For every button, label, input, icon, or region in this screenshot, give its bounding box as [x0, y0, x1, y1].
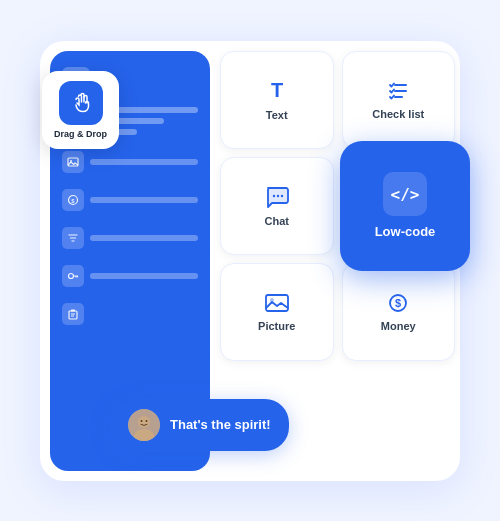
- chat-label: Chat: [265, 215, 289, 227]
- money-label: Money: [381, 320, 416, 332]
- picture-label: Picture: [258, 320, 295, 332]
- dollar-icon: $: [62, 189, 84, 211]
- code-icon: </>: [383, 172, 427, 216]
- svg-rect-9: [71, 309, 75, 311]
- svg-point-24: [138, 416, 150, 428]
- grid-cell-text[interactable]: T Text: [220, 51, 334, 149]
- grid-cell-checklist[interactable]: Check list: [342, 51, 456, 149]
- drag-drop-icon-wrap: [59, 81, 103, 125]
- icon-line: [90, 235, 198, 241]
- lowcode-label: Low-code: [375, 224, 436, 239]
- chat-bubble: That's the spirit!: [110, 399, 289, 451]
- panel-row: $: [62, 185, 198, 215]
- checklist-label: Check list: [372, 108, 424, 120]
- panel-row: [62, 223, 198, 253]
- lowcode-card[interactable]: </> Low-code: [340, 141, 470, 271]
- key-icon: [62, 265, 84, 287]
- svg-point-18: [281, 194, 283, 196]
- text-icon: T: [265, 79, 289, 103]
- hand-icon: [68, 90, 94, 116]
- drag-drop-badge[interactable]: Drag & Drop: [42, 71, 119, 149]
- svg-text:$: $: [395, 297, 401, 309]
- chat-message: That's the spirit!: [170, 417, 271, 432]
- clipboard-icon: [62, 303, 84, 325]
- image-icon: [62, 151, 84, 173]
- grid-cell-picture[interactable]: Picture: [220, 263, 334, 361]
- icon-line: [90, 273, 198, 279]
- svg-point-26: [141, 420, 143, 422]
- grid-cell-money[interactable]: $ Money: [342, 263, 456, 361]
- drag-drop-label: Drag & Drop: [54, 129, 107, 139]
- svg-rect-8: [69, 311, 77, 319]
- svg-point-27: [146, 420, 148, 422]
- filter-icon: [62, 227, 84, 249]
- checklist-icon: [386, 80, 410, 102]
- scene: T $: [20, 21, 480, 501]
- chat-icon: [264, 185, 290, 209]
- panel-row: [62, 147, 198, 177]
- avatar: [128, 409, 160, 441]
- panel-row: [62, 261, 198, 291]
- icon-line: [90, 197, 198, 203]
- svg-text:$: $: [71, 198, 75, 204]
- svg-point-4: [69, 273, 74, 278]
- svg-point-17: [277, 194, 279, 196]
- icon-line: [90, 159, 198, 165]
- svg-rect-19: [266, 295, 288, 311]
- svg-text:T: T: [271, 79, 283, 101]
- panel-row: [62, 299, 198, 329]
- grid-cell-chat[interactable]: Chat: [220, 157, 334, 255]
- picture-icon: [264, 292, 290, 314]
- svg-point-16: [273, 194, 275, 196]
- money-icon: $: [385, 292, 411, 314]
- text-label: Text: [266, 109, 288, 121]
